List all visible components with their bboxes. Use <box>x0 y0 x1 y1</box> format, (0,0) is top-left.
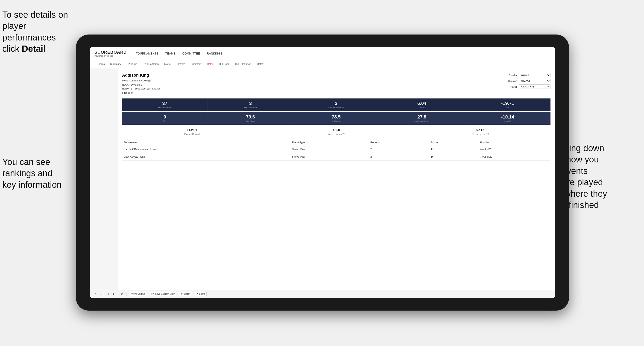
wins-value: 0 <box>124 114 206 120</box>
avg-sg-label: Avg SG <box>467 120 549 122</box>
national-rank-label: National Rank <box>124 107 206 109</box>
th-position: Position <box>478 140 550 145</box>
top25-record-value: 1-5-0 <box>266 128 406 132</box>
subnav-players[interactable]: Players <box>174 60 188 68</box>
save-custom-label: Save Custom View <box>155 293 174 295</box>
nav-rankings[interactable]: RANKINGS <box>207 52 222 55</box>
player-controls: Gender Women Division NJCAA I <box>504 73 550 95</box>
subnav-summary[interactable]: Summary <box>107 60 124 68</box>
wins-label: Wins <box>124 120 206 122</box>
stat-regional-rank: 3 Regional Rank <box>208 98 294 111</box>
subnav-teams[interactable]: Teams <box>94 60 107 68</box>
division-select[interactable]: NJCAA I <box>519 79 550 83</box>
subnav-detail[interactable]: Detail <box>204 60 216 68</box>
row2-position: 7 out of 20 <box>478 153 550 161</box>
main-content: Addison King Mesa Community College NJCA… <box>90 68 555 290</box>
row2-tournament: Lady Coyote Invite <box>122 153 290 161</box>
th-rounds: Rounds <box>368 140 429 145</box>
conference-rank-label: Conference Rank <box>295 107 377 109</box>
share-icon: ↗ <box>196 293 198 295</box>
avg-score-par-label: Avg Score to Par <box>381 120 463 122</box>
watch-button[interactable]: 👁 Watch <box>179 292 192 296</box>
save-custom-button[interactable]: 💾 Save Custom View <box>150 292 176 296</box>
sidebar-placeholder <box>90 68 118 290</box>
gender-control: Gender Women <box>504 73 550 77</box>
stat-points: 6.04 Points <box>379 98 465 111</box>
row2-score: 16 <box>429 153 478 161</box>
th-event-type: Event Type <box>290 140 368 145</box>
stats-row-2: 0 Wins 79.6 Avg Score 78.5 Adj Score 27.… <box>122 112 550 125</box>
player-label: Player <box>504 85 517 88</box>
subnav-summary2[interactable]: Summary <box>188 60 204 68</box>
stat-conference-rank: 3 Conference Rank <box>294 98 379 111</box>
subnav-matrix2[interactable]: Matrix <box>254 60 266 68</box>
overall-record-value: 91-20-1 <box>122 128 262 132</box>
gender-select[interactable]: Women <box>519 73 550 77</box>
subnav-h2h-grid2[interactable]: H2H Grid <box>216 60 232 68</box>
zoom-icon[interactable]: ⊕ <box>107 292 110 296</box>
table-row: Estella CC- Mountain Classic Stroke Play… <box>122 145 550 153</box>
row2-rounds: 2 <box>368 153 429 161</box>
regional-rank-label: Regional Rank <box>210 107 291 109</box>
stat-avg-score-par: 27.8 Avg Score to Par <box>379 112 465 125</box>
view-original-label: View: Original <box>131 293 146 295</box>
row1-rounds: 2 <box>368 145 429 153</box>
nav-tournaments[interactable]: TOURNAMENTS <box>136 52 158 55</box>
bottom-toolbar: ↩ ↪ | ⊕ ✥ | ⟳ | View: Original 💾 Save Cu… <box>90 290 555 298</box>
sos-value: -19.71 <box>467 101 549 106</box>
player-header: Addison King Mesa Community College NJCA… <box>122 73 550 95</box>
sub-nav: Teams Summary H2H Grid H2H Heatmap Matri… <box>90 60 555 68</box>
row1-position: 4 out of 20 <box>478 145 550 153</box>
subnav-h2h-grid[interactable]: H2H Grid <box>124 60 140 68</box>
adj-score-label: Adj Score <box>295 120 377 122</box>
nav-committee[interactable]: COMMITTEE <box>182 52 200 55</box>
stat-sos: -19.71 SoS <box>465 98 550 111</box>
top-nav: SCOREBOARD Powered by clippd TOURNAMENTS… <box>90 47 555 60</box>
stats-row-1: 37 National Rank 3 Regional Rank 3 Confe… <box>122 98 550 111</box>
points-value: 6.04 <box>381 101 463 106</box>
conference-rank-value: 3 <box>295 101 377 106</box>
th-score: Score <box>429 140 478 145</box>
annotation-bottom-left: You can see rankings and key information <box>2 157 80 190</box>
annotation-top-left: To see details on player performances cl… <box>2 9 80 55</box>
division-control: Division NJCAA I <box>504 79 550 83</box>
player-select[interactable]: Addison King <box>519 84 550 89</box>
view-original-button[interactable]: View: Original <box>130 292 147 296</box>
overall-record: 91-20-1 Overall Record <box>122 128 262 136</box>
save-icon: 💾 <box>151 293 154 295</box>
stat-avg-sg: -10.14 Avg SG <box>465 112 550 125</box>
logo-sub: Powered by clippd <box>94 55 127 57</box>
division-label: Division <box>504 80 517 82</box>
content-area: Addison King Mesa Community College NJCA… <box>118 68 555 290</box>
row2-event-type: Stroke Play <box>290 153 368 161</box>
logo-area: SCOREBOARD Powered by clippd <box>94 50 127 57</box>
subnav-h2h-heatmap2[interactable]: H2H Heatmap <box>232 60 254 68</box>
avg-score-label: Avg Score <box>210 120 291 122</box>
undo-icon[interactable]: ↩ <box>94 292 96 296</box>
sos-label: SoS <box>467 107 549 109</box>
subnav-matrix[interactable]: Matrix <box>162 60 174 68</box>
redo-icon[interactable]: ↪ <box>98 292 101 296</box>
player-year: First Year <box>122 91 160 95</box>
refresh-icon[interactable]: ⟳ <box>121 292 123 296</box>
logo-text: SCOREBOARD <box>94 50 127 55</box>
share-button[interactable]: ↗ Share <box>195 292 207 296</box>
table-row: Lady Coyote Invite Stroke Play 2 16 7 ou… <box>122 153 550 161</box>
overall-record-label: Overall Record <box>184 133 200 136</box>
pan-icon[interactable]: ✥ <box>112 292 115 296</box>
th-tournament: Tournament <box>122 140 290 145</box>
top50-record: 5-11-1 Record vs top 50 <box>411 128 550 136</box>
avg-score-value: 79.6 <box>210 114 291 120</box>
subnav-h2h-heatmap[interactable]: H2H Heatmap <box>140 60 162 68</box>
nav-teams[interactable]: TEAMS <box>166 52 176 55</box>
row1-tournament: Estella CC- Mountain Classic <box>122 145 290 153</box>
avg-sg-value: -10.14 <box>467 114 549 120</box>
top25-record: 1-5-0 Record vs top 25 <box>266 128 406 136</box>
row1-event-type: Stroke Play <box>290 145 368 153</box>
player-region: Region 1 - Southwest (18) District <box>122 87 160 91</box>
watch-label: Watch <box>184 293 190 295</box>
points-label: Points <box>381 107 463 109</box>
national-rank-value: 37 <box>124 101 206 106</box>
records-row: 91-20-1 Overall Record 1-5-0 Record vs t… <box>122 128 550 136</box>
tournament-table: Tournament Event Type Rounds Score Posit… <box>122 140 550 161</box>
